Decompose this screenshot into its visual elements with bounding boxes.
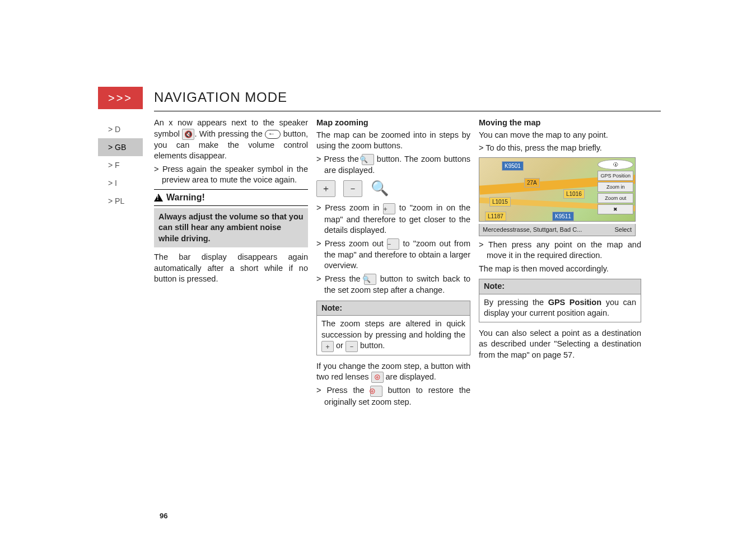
col1-p2: The bar display disappears again automat… <box>154 252 308 285</box>
col3-note-head: Note: <box>479 279 641 294</box>
magnifier-icon: 🔍 <box>362 154 374 165</box>
col3-head: Moving the map <box>479 118 641 129</box>
col3-p2: The map is then moved accordingly. <box>479 264 641 275</box>
header-chevrons: >>> <box>98 87 143 109</box>
warning-triangle-icon <box>154 194 163 202</box>
col3-li2: > Then press any point on the map and mo… <box>479 240 641 261</box>
page-title: NAVIGATION MODE <box>154 90 287 105</box>
plus-icon: ＋ <box>383 203 395 214</box>
header-underline <box>154 111 661 111</box>
magnifier-big-icon[interactable]: 🔍 <box>370 180 389 197</box>
col1-li1: > Press again the speaker symbol in the … <box>154 164 308 186</box>
minus-icon-2: － <box>346 341 358 352</box>
col2-li1: > Press the 🔍 button. The zoom buttons a… <box>316 154 470 176</box>
column-2: Map zooming The map can be zoomed into i… <box>316 118 470 410</box>
warning-box: Always adjust the volume so that you can… <box>154 208 308 248</box>
gps-position-button[interactable]: GPS Position <box>598 171 633 181</box>
double-lens-icon: ⦾ <box>371 372 384 383</box>
map-preview[interactable]: K9501 27A L1015 L1187 K9511 L1016 🛈 GPS … <box>479 157 636 222</box>
map-road-27a: 27A <box>524 178 540 188</box>
col2-li4: > Press the 🔍 button to switch back to t… <box>316 274 470 296</box>
col2-note-head: Note: <box>316 301 470 316</box>
col3-p1: You can move the map to any point. <box>479 130 641 141</box>
nav-gb[interactable]: > GB <box>98 138 143 156</box>
col2-li3: > Press zoom out － to "zoom out from the… <box>316 238 470 271</box>
double-lens-icon-2: ⦾ <box>370 386 382 397</box>
nav-i[interactable]: > I <box>98 174 143 192</box>
warning-label: Warning! <box>166 191 205 204</box>
nav-pl[interactable]: > PL <box>98 192 143 210</box>
col3-p3: You can also select a point as a destina… <box>479 328 641 361</box>
col2-li5: > Press the ⦾ button to restore the orig… <box>316 385 470 407</box>
map-footer-select[interactable]: Select <box>614 226 632 234</box>
side-nav: > D > GB > F > I > PL <box>98 120 143 210</box>
map-road-l1015: L1015 <box>489 197 511 207</box>
zoom-row: ＋ － 🔍 <box>316 180 470 197</box>
col3-note-body: By pressing the GPS Position you can dis… <box>479 294 641 322</box>
map-footer: Mercedesstrasse, Stuttgart, Bad C... Sel… <box>479 224 636 236</box>
zoom-out-button[interactable]: － <box>343 180 362 197</box>
col2-li2: > Press zoom in ＋ to "zoom in on the map… <box>316 203 470 236</box>
col2-note-body: The zoom steps are altered in quick succ… <box>316 315 470 355</box>
map-road-k9501: K9501 <box>502 161 524 171</box>
col2-p1: The map can be zoomed into in steps by u… <box>316 130 470 152</box>
column-1: An x now appears next to the speaker sym… <box>154 118 308 287</box>
page-number: 96 <box>160 512 167 520</box>
zoom-in-button[interactable]: ＋ <box>316 180 335 197</box>
column-3: Moving the map You can move the map to a… <box>479 118 641 363</box>
zoom-in-map-button[interactable]: Zoom in <box>598 182 633 192</box>
col3-li1: > To do this, press the map briefly. <box>479 143 641 154</box>
map-button-stack: 🛈 GPS Position Zoom in Zoom out ✖ <box>598 160 633 215</box>
col2-head: Map zooming <box>316 118 470 129</box>
nav-f[interactable]: > F <box>98 156 143 174</box>
nav-d[interactable]: > D <box>98 120 143 138</box>
plus-icon-2: ＋ <box>321 341 334 352</box>
map-road-l1016: L1016 <box>563 189 585 199</box>
map-footer-address: Mercedesstrasse, Stuttgart, Bad C... <box>483 226 582 234</box>
zoom-out-map-button[interactable]: Zoom out <box>598 193 633 203</box>
map-road-k9511: K9511 <box>552 212 574 222</box>
col1-p1: An x now appears next to the speaker sym… <box>154 118 308 162</box>
warning-bar: Warning! <box>154 189 308 206</box>
map-road-l1187: L1187 <box>485 212 506 222</box>
magnifier-small-icon: 🔍 <box>364 274 376 285</box>
speaker-muted-icon: 🔇 <box>182 129 194 140</box>
back-icon <box>265 130 281 139</box>
col2-p2: If you change the zoom step, a button wi… <box>316 361 470 383</box>
minus-icon: － <box>387 238 399 250</box>
